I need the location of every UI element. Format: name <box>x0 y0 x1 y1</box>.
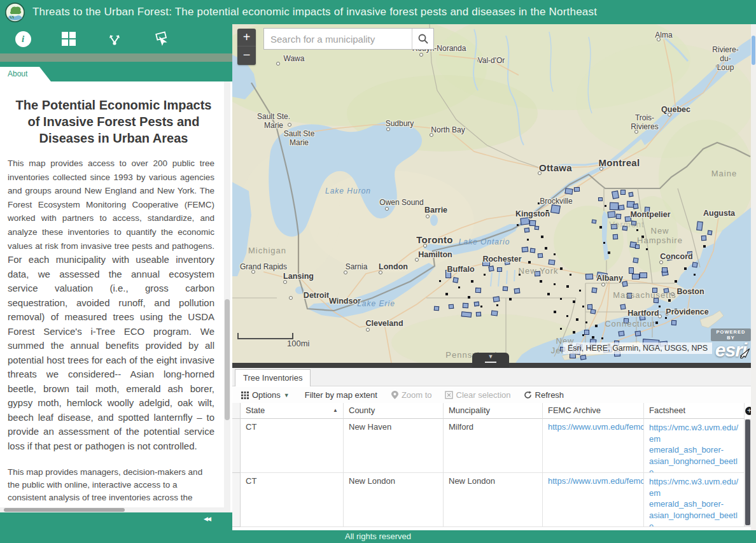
municipality-polygon[interactable] <box>598 197 603 201</box>
municipality-polygon[interactable] <box>664 288 669 293</box>
municipality-polygon[interactable] <box>475 288 481 293</box>
table-row[interactable]: CTNew LondonNew Londonhttps://www.uvm.ed… <box>232 473 745 527</box>
municipality-polygon[interactable] <box>628 192 633 197</box>
municipality-polygon[interactable] <box>708 230 713 236</box>
municipality-polygon[interactable] <box>616 214 622 220</box>
table-collapse-handle[interactable]: ▼ <box>472 353 509 368</box>
inventory-dot[interactable] <box>554 311 556 313</box>
inventory-dot[interactable] <box>582 334 584 336</box>
inventory-dot[interactable] <box>665 317 667 319</box>
inventory-dot[interactable] <box>592 336 594 339</box>
inventory-dot[interactable] <box>560 298 562 300</box>
inventory-dot[interactable] <box>545 247 547 250</box>
municipality-polygon[interactable] <box>488 265 494 271</box>
inventory-dot[interactable] <box>703 245 706 248</box>
clear-selection-button[interactable]: Clear selection <box>445 390 511 400</box>
map-canvas[interactable]: WawaRouyn-NorandaVal-d'OrAlmaRiviere- du… <box>232 24 751 363</box>
municipality-polygon[interactable] <box>535 226 539 230</box>
municipality-polygon[interactable] <box>504 259 510 265</box>
municipality-polygon[interactable] <box>591 309 596 314</box>
apps-widget-button[interactable] <box>46 24 92 53</box>
tab-tree-inventories[interactable]: Tree Inventories <box>235 369 311 386</box>
inventory-dot[interactable] <box>605 205 606 207</box>
inventory-dot[interactable] <box>527 239 529 241</box>
column-header-femc-archive[interactable]: FEMC Archive <box>543 403 644 419</box>
cell-femc-archive-link[interactable]: https://www.uvm.edu/femc/ <box>548 476 638 486</box>
municipality-polygon[interactable] <box>493 296 500 302</box>
municipality-polygon[interactable] <box>622 281 627 286</box>
municipality-polygon[interactable] <box>476 312 481 317</box>
inventory-dot[interactable] <box>570 274 571 276</box>
inventory-dot[interactable] <box>480 306 482 307</box>
municipality-polygon[interactable] <box>463 303 468 308</box>
inventory-dot[interactable] <box>641 236 644 238</box>
inventory-dot[interactable] <box>547 293 550 295</box>
municipality-polygon[interactable] <box>652 288 657 293</box>
municipality-polygon[interactable] <box>449 304 454 309</box>
inventory-dot[interactable] <box>540 280 542 283</box>
share-widget-button[interactable] <box>92 24 137 53</box>
municipality-polygon[interactable] <box>692 262 697 267</box>
about-horizontal-scrollbar[interactable] <box>0 507 230 512</box>
municipality-polygon[interactable] <box>524 228 530 233</box>
municipality-polygon[interactable] <box>610 202 619 210</box>
zoom-in-button[interactable]: + <box>237 29 256 46</box>
inventory-dot[interactable] <box>585 321 587 323</box>
row-selector-cell[interactable] <box>232 473 241 527</box>
municipality-polygon[interactable] <box>584 330 589 335</box>
municipality-polygon[interactable] <box>620 304 626 309</box>
inventory-dot[interactable] <box>582 306 584 307</box>
page-scrollbar[interactable] <box>751 24 756 543</box>
inventory-dot[interactable] <box>681 290 683 292</box>
inventory-dot[interactable] <box>573 331 575 334</box>
inventory-dot[interactable] <box>560 328 562 330</box>
inventory-dot[interactable] <box>675 309 677 311</box>
municipality-polygon[interactable] <box>624 318 629 323</box>
inventory-dot[interactable] <box>517 224 519 226</box>
inventory-dot[interactable] <box>675 280 677 283</box>
inventory-dot[interactable] <box>573 300 575 303</box>
municipality-polygon[interactable] <box>666 255 672 260</box>
municipality-polygon[interactable] <box>503 286 508 292</box>
cell-factsheet-link[interactable]: https://vmc.w3.uvm.edu/em emerald_ash_bo… <box>649 422 739 473</box>
inventory-dot[interactable] <box>546 210 549 213</box>
municipality-polygon[interactable] <box>687 251 692 257</box>
municipality-polygon[interactable] <box>631 221 637 226</box>
inventory-dot[interactable] <box>445 293 448 295</box>
inventory-dot[interactable] <box>566 315 568 317</box>
municipality-polygon[interactable] <box>535 271 540 276</box>
inventory-dot[interactable] <box>646 248 648 250</box>
inventory-dot[interactable] <box>458 286 460 288</box>
filter-by-extent-button[interactable]: Filter by map extent <box>305 390 377 400</box>
table-row[interactable]: CTNew HavenMilfordhttps://www.uvm.edu/fe… <box>232 419 745 473</box>
inventory-dot[interactable] <box>509 298 512 300</box>
about-vertical-scrollbar[interactable] <box>224 81 230 507</box>
zoom-out-button[interactable]: − <box>237 46 256 64</box>
row-selector-cell[interactable] <box>232 419 241 473</box>
inventory-dot[interactable] <box>636 229 638 231</box>
municipality-polygon[interactable] <box>612 190 619 199</box>
municipality-polygon[interactable] <box>434 306 440 311</box>
search-button[interactable] <box>412 29 433 49</box>
inventory-dot[interactable] <box>519 274 521 276</box>
municipality-polygon[interactable] <box>564 188 573 195</box>
municipality-polygon[interactable] <box>611 224 618 230</box>
column-header-county[interactable]: County <box>344 403 444 419</box>
inventory-dot[interactable] <box>684 267 687 270</box>
inventory-dot[interactable] <box>496 304 498 306</box>
inventory-dot[interactable] <box>439 280 441 282</box>
inventory-dot[interactable] <box>668 299 671 302</box>
inventory-dot[interactable] <box>560 267 563 270</box>
municipality-polygon[interactable] <box>538 253 543 258</box>
municipality-polygon[interactable] <box>696 222 703 231</box>
municipality-polygon[interactable] <box>461 311 472 318</box>
inventory-dot[interactable] <box>554 253 556 255</box>
municipality-polygon[interactable] <box>592 219 597 223</box>
tab-about[interactable]: About <box>0 67 51 81</box>
column-header-muncipality[interactable]: Muncipality <box>444 403 543 419</box>
info-widget-button[interactable]: i <box>0 24 46 53</box>
municipality-polygon[interactable] <box>618 330 624 336</box>
inventory-dot[interactable] <box>595 325 598 327</box>
municipality-polygon[interactable] <box>520 217 529 225</box>
inventory-dot[interactable] <box>468 296 470 299</box>
